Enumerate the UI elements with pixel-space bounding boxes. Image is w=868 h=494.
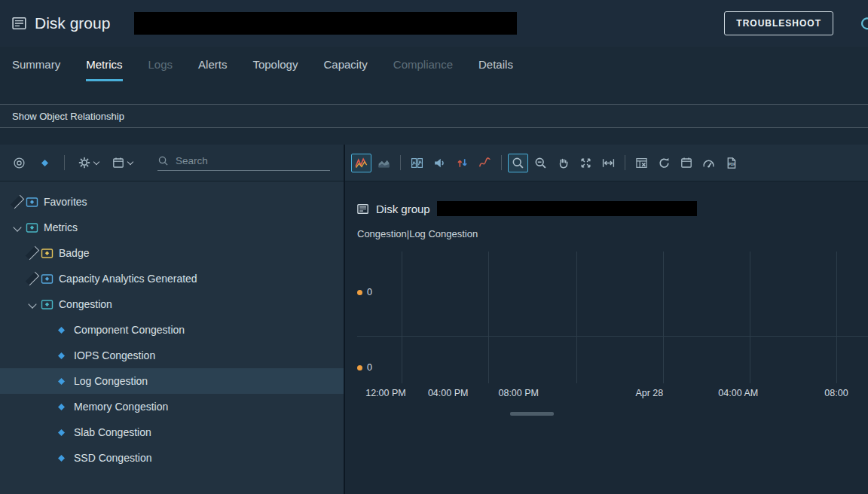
metric-diamond-icon <box>39 157 50 169</box>
tree-item-component-congestion[interactable]: Component Congestion <box>0 317 344 343</box>
chevron-down-icon <box>93 159 99 165</box>
pan-hand-icon <box>557 157 570 169</box>
left-toolbar-icon-strip <box>9 154 136 172</box>
tree-item-label: Capacity Analytics Generated <box>59 273 197 285</box>
tree-item-slab-congestion[interactable]: Slab Congestion <box>0 419 344 445</box>
chart-title: Congestion|Log Congestion <box>357 228 868 239</box>
chevron-down-icon <box>127 159 133 165</box>
dashboard-icon <box>702 157 715 169</box>
zoom-selection-button[interactable] <box>508 154 528 172</box>
tree-expander[interactable] <box>26 250 39 256</box>
calendar-button[interactable] <box>108 154 136 172</box>
chevron-down-icon[interactable] <box>28 300 36 308</box>
metric-chart-icon <box>355 157 368 169</box>
tree-expander[interactable] <box>11 224 24 230</box>
metric-group-icon <box>41 247 53 260</box>
stacked-chart-button[interactable] <box>374 154 394 172</box>
export-pdf-button[interactable]: PDF <box>721 154 741 172</box>
x-axis-tick: 12:00 PM <box>365 388 406 398</box>
tree-item-label: Slab Congestion <box>74 426 151 438</box>
zoom-out-icon <box>534 157 547 169</box>
dashboard-button[interactable] <box>698 154 719 172</box>
metric-diamond-icon <box>56 324 69 337</box>
dynamic-thresholds-button[interactable] <box>429 154 450 172</box>
chevron-right-icon[interactable] <box>26 246 39 260</box>
pan-hand-button[interactable] <box>553 154 573 172</box>
chart-toolbar: PDF <box>345 145 868 181</box>
redacted-object-name <box>134 12 517 35</box>
chevron-right-icon[interactable] <box>26 272 39 285</box>
trend-line-button[interactable] <box>475 154 495 172</box>
chevron-right-icon[interactable] <box>11 195 24 209</box>
search-input[interactable] <box>174 154 330 167</box>
tree-item-favorites[interactable]: Favorites <box>0 189 344 215</box>
metric-diamond-icon <box>56 426 69 439</box>
metric-group-icon <box>26 196 38 209</box>
tree-item-label: Badge <box>59 247 89 259</box>
stacked-chart-icon <box>377 157 390 169</box>
tree-item-log-congestion[interactable]: Log Congestion <box>0 368 344 394</box>
tree-item-ssd-congestion[interactable]: SSD Congestion <box>0 445 344 471</box>
chart-panel: PDF Disk group Congestion|Log Congestion… <box>345 145 868 494</box>
calendar-icon <box>680 157 692 169</box>
tree-item-label: SSD Congestion <box>74 452 152 464</box>
date-controls-button[interactable] <box>598 154 619 172</box>
tree-item-memory-congestion[interactable]: Memory Congestion <box>0 394 344 419</box>
metric-diamond-icon <box>56 375 69 388</box>
calendar-button[interactable] <box>677 154 696 172</box>
chart-plot[interactable]: 00 <box>357 252 868 383</box>
tree-item-metrics[interactable]: Metrics <box>0 215 344 240</box>
x-axis-tick: 08:00 PM <box>498 388 539 398</box>
tab-capacity[interactable]: Capacity <box>323 47 367 81</box>
search-box[interactable] <box>157 154 330 171</box>
refresh-icon[interactable] <box>859 15 868 35</box>
zoom-out-button[interactable] <box>530 154 551 172</box>
disk-group-icon <box>357 203 369 215</box>
tree-expander[interactable] <box>26 301 39 307</box>
split-charts-button[interactable] <box>407 154 427 172</box>
redacted-object-name <box>437 201 697 216</box>
export-csv-button[interactable] <box>631 154 652 172</box>
date-controls-icon <box>602 157 615 169</box>
y-axis-zero-marker: 0 <box>357 287 372 297</box>
tree-item-badge[interactable]: Badge <box>0 240 344 266</box>
tree-item-congestion[interactable]: Congestion <box>0 291 344 317</box>
svg-text:PDF: PDF <box>729 163 735 166</box>
left-toolbar <box>0 145 344 181</box>
metric-chart-button[interactable] <box>351 154 371 172</box>
zoom-all-button[interactable] <box>576 154 596 172</box>
chart-x-axis: 12:00 PM04:00 PM08:00 PMApr 2804:00 AM08… <box>357 388 868 401</box>
chart-object-header: Disk group <box>357 201 868 216</box>
refresh-button[interactable] <box>654 154 674 172</box>
relationship-label: Show Object Relationship <box>12 111 124 122</box>
tab-metrics[interactable]: Metrics <box>86 47 122 81</box>
target-circle-button[interactable] <box>9 154 29 172</box>
show-object-relationship-bar[interactable]: Show Object Relationship <box>0 104 868 128</box>
x-axis-tick: 04:00 PM <box>428 388 469 398</box>
tab-details[interactable]: Details <box>478 47 513 81</box>
search-icon <box>157 155 169 166</box>
tab-topology[interactable]: Topology <box>252 47 298 81</box>
metric-group-icon <box>26 221 38 234</box>
chart-scrollbar-handle[interactable] <box>510 412 554 416</box>
gridline-horizontal <box>357 336 868 337</box>
chevron-down-icon[interactable] <box>13 223 21 231</box>
tab-summary[interactable]: Summary <box>12 47 60 81</box>
metric-diamond-button[interactable] <box>35 154 54 172</box>
gear-button[interactable] <box>75 154 102 172</box>
toolbar-separator <box>64 155 65 170</box>
tree-expander[interactable] <box>26 276 39 282</box>
x-axis-tick: 08:00 <box>824 388 848 398</box>
trend-line-icon <box>478 157 491 169</box>
tree-expander[interactable] <box>11 199 24 205</box>
troubleshoot-button[interactable]: TROUBLESHOOT <box>724 11 833 35</box>
metric-tree-panel: FavoritesMetricsBadgeCapacity Analytics … <box>0 145 345 494</box>
disk-group-icon <box>12 17 27 30</box>
tree-item-capacity-analytics-generated[interactable]: Capacity Analytics Generated <box>0 266 344 291</box>
metric-group-icon <box>41 298 53 311</box>
tab-alerts[interactable]: Alerts <box>198 47 227 81</box>
tree-item-label: Congestion <box>59 298 112 310</box>
gear-icon <box>78 157 90 169</box>
tree-item-iops-congestion[interactable]: IOPS Congestion <box>0 343 344 368</box>
anomalies-button[interactable] <box>452 154 472 172</box>
